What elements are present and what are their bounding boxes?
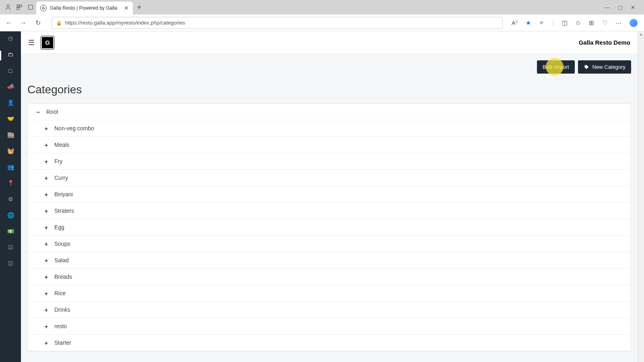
new-category-button[interactable]: New Category [578,60,631,74]
workspaces-icon[interactable] [14,4,25,10]
expand-icon[interactable]: + [43,125,50,132]
pin-icon: 📍 [7,179,14,187]
tree-row[interactable]: +Non-veg combo [28,120,631,137]
expand-icon[interactable]: + [43,257,50,264]
sidebar-location[interactable]: 📍 [0,179,21,187]
sidebar-store[interactable]: 🏬 [0,130,21,139]
brand-logo[interactable]: G [41,36,54,49]
tree-item-label: Drinks [54,306,70,313]
tree-item-label: Egg [54,224,64,230]
tree-row[interactable]: +Drinks [28,302,631,318]
expand-icon[interactable]: + [43,191,50,198]
read-aloud-icon[interactable]: A)) [512,19,518,26]
expand-icon[interactable]: + [43,142,50,148]
new-category-label: New Category [592,64,625,70]
copilot-icon[interactable] [630,19,638,27]
expand-icon[interactable]: + [43,175,50,181]
sidebar-check2[interactable]: ☑ [0,259,21,268]
browser-chrome: G Galla Resto | Powered by Galla ✕ + — ▢… [0,0,644,31]
new-tab-button[interactable]: + [137,3,142,12]
check-icon: ☑ [7,244,14,251]
sidebar-dashboard[interactable]: ◷ [0,34,21,43]
expand-icon[interactable]: + [43,158,50,165]
tree-row[interactable]: +Biriyani [28,186,631,203]
tree-item-label: Breads [54,274,72,280]
sidebar-cart[interactable]: 🧺 [0,146,21,155]
tag-icon [584,64,589,70]
svg-rect-1 [17,5,19,7]
sidebar-globe[interactable]: 🌐 [0,211,21,220]
expand-icon[interactable]: + [43,339,50,346]
tree-row[interactable]: +Breads [28,269,631,285]
tree-item-label: Starter [54,339,71,346]
sidebar-check1[interactable]: ☑ [0,243,21,252]
expand-icon[interactable]: + [43,241,50,247]
sidebar-settings[interactable]: ⚙ [0,195,21,204]
sidebar-box[interactable]: ◻ [0,66,21,75]
collections-icon[interactable]: ⊞ [589,19,594,27]
tree-row[interactable]: +Meals [28,137,631,153]
favorites-bar-icon[interactable]: ✩ [576,19,581,27]
favorite-icon[interactable]: ★ [526,19,531,27]
tree-row[interactable]: +Soups [28,236,631,252]
tree-item-label: Fry [54,158,62,165]
more-icon[interactable]: ⋯ [615,19,621,27]
expand-icon[interactable]: + [43,306,50,313]
expand-icon[interactable]: + [43,224,50,231]
tree-row[interactable]: +Curry [28,170,631,186]
back-icon[interactable]: ← [4,19,14,27]
forward-icon[interactable]: → [19,19,28,27]
vertical-scrollbar[interactable] [638,31,644,362]
minimize-icon[interactable]: — [605,4,610,10]
sidebar-deal[interactable]: 🤝 [0,114,21,123]
store-icon: 🏬 [7,131,14,138]
window-controls: — ▢ ✕ [605,4,642,10]
favicon-icon: G [40,5,47,11]
browser-tab[interactable]: G Galla Resto | Powered by Galla ✕ [36,2,133,14]
shopping-icon[interactable]: ♡ [602,19,607,27]
expand-icon[interactable]: + [43,208,50,214]
url-text: https://resto.galla.app/myresto/index.ph… [65,20,185,26]
split-screen-icon[interactable]: ◫ [562,19,568,27]
expand-icon[interactable]: + [43,274,50,280]
tree-item-label: resto [54,323,67,329]
cash-icon: 💵 [7,228,14,235]
bulk-import-button[interactable]: Bulk Import [537,60,575,74]
tab-title: Galla Resto | Powered by Galla [50,5,117,11]
expand-icon[interactable]: + [43,323,50,330]
page-title: Categories [27,83,631,96]
tree-row[interactable]: +Fry [28,153,631,170]
tree-row[interactable]: +Starter [28,335,631,351]
tree-row[interactable]: +Straters [28,203,631,219]
account-label[interactable]: Galla Resto Demo [579,39,630,46]
tree-row[interactable]: +Egg [28,219,631,236]
tree-row[interactable]: +Rice [28,285,631,302]
sidebar-categories[interactable]: 🗀 [0,50,21,59]
tree-item-label: Rice [54,290,66,296]
profile-icon[interactable] [2,4,14,11]
tree-item-label: Curry [54,175,68,181]
tree-row[interactable]: +Salad [28,252,631,269]
tree-row[interactable]: +resto [28,318,631,335]
refresh-icon[interactable]: ↻ [33,19,43,27]
close-tab-icon[interactable]: ✕ [124,5,129,11]
gear-icon: ⚙ [7,195,14,203]
maximize-icon[interactable]: ▢ [618,4,623,10]
collapse-icon[interactable]: − [35,109,41,115]
tree-item-label: Straters [54,208,74,214]
app-shell: ◷ 🗀 ◻ 📣 👤 🤝 🏬 🧺 👥 📍 ⚙ 🌐 💵 ☑ ☑ ☰ G Galla … [0,31,644,362]
extensions-icon[interactable]: ✧ [539,19,544,27]
megaphone-icon: 📣 [7,83,14,90]
sidebar-user[interactable]: 👤 [0,98,21,107]
close-window-icon[interactable]: ✕ [631,4,635,10]
tree-item-label: Salad [54,257,69,263]
globe-icon: 🌐 [7,212,14,219]
sidebar-announce[interactable]: 📣 [0,82,21,91]
tab-actions-icon[interactable] [25,4,36,10]
menu-toggle-icon[interactable]: ☰ [28,38,35,47]
expand-icon[interactable]: + [43,290,50,297]
sidebar-cash[interactable]: 💵 [0,227,21,236]
address-bar[interactable]: 🔒 https://resto.galla.app/myresto/index.… [52,17,503,29]
tree-root-row[interactable]: − Root [28,104,631,120]
sidebar-team[interactable]: 👥 [0,162,21,171]
